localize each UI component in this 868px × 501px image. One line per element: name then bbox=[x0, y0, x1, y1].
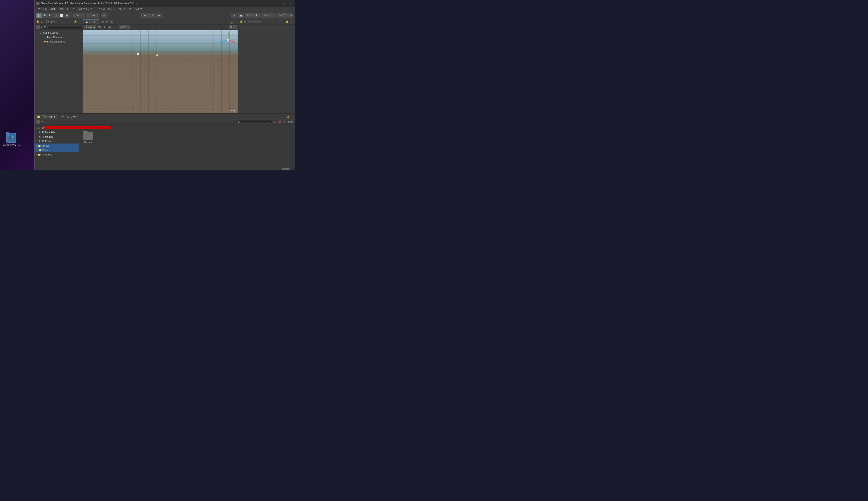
cloud-button[interactable]: ⛅ bbox=[239, 13, 244, 18]
scene-tab-scene[interactable]: ◉ シーン bbox=[83, 19, 99, 24]
project-add-button[interactable]: + bbox=[36, 120, 40, 124]
hierarchy-item-samplescene[interactable]: ▶ ◆ SampleScene ⋮ bbox=[35, 31, 83, 35]
shading-dropdown[interactable]: Shaded ▾ bbox=[84, 25, 96, 29]
hierarchy-add-button[interactable]: + bbox=[36, 25, 40, 29]
scene-viewport[interactable]: X Y Z < Persp bbox=[83, 30, 238, 113]
hierarchy-search[interactable]: 🔍 All bbox=[43, 25, 82, 29]
toolbar-sep-2 bbox=[99, 13, 99, 18]
bottom-panel-more-icon[interactable]: ⋮ bbox=[290, 115, 295, 119]
hierarchy-item-directionallight[interactable]: ▶ 💡 Directional Light bbox=[35, 40, 83, 44]
hierarchy-lock-btn[interactable]: 🔒 bbox=[74, 20, 77, 23]
tree-item-scenes[interactable]: 📁 Scenes bbox=[35, 148, 79, 152]
desktop-icon-image: U ✓ bbox=[6, 133, 16, 143]
gizmos-dropdown[interactable]: ギズモ ▾ bbox=[119, 25, 130, 29]
assets-header: Assets bbox=[81, 126, 293, 129]
layers-chevron-icon: ▾ bbox=[274, 14, 275, 17]
tree-item-packages[interactable]: ▶ 📁 Packages bbox=[35, 152, 79, 157]
pause-button[interactable]: ⏸ bbox=[149, 13, 156, 18]
scenes-folder-asset bbox=[83, 132, 93, 140]
camera-arrow-icon: ▶ bbox=[40, 36, 43, 39]
menu-help[interactable]: ヘルプ bbox=[133, 7, 144, 11]
project-view-icon[interactable]: ⊞ bbox=[274, 120, 276, 124]
arrows-button[interactable]: ⇄ bbox=[101, 13, 107, 18]
layers-label: レイヤー bbox=[264, 14, 273, 17]
unity-icon: U bbox=[9, 135, 13, 141]
layers-dropdown[interactable]: レイヤー ▾ bbox=[263, 13, 276, 18]
project-add-chevron[interactable]: ▾ bbox=[42, 120, 43, 123]
scene-fx-icon[interactable]: ✦ bbox=[113, 25, 117, 29]
tree-item-all-materials[interactable]: 🔍 All Materials bbox=[35, 130, 79, 135]
collab-button[interactable]: ☁ bbox=[232, 13, 237, 18]
project-search-box[interactable]: 🔍 bbox=[236, 120, 272, 124]
project-star-icon[interactable]: ★ bbox=[283, 120, 286, 124]
step-button[interactable]: ⏭ bbox=[156, 13, 163, 18]
search-models-icon: 🔍 bbox=[39, 136, 41, 138]
hand-tool-button[interactable]: ✋ bbox=[36, 13, 42, 18]
tree-item-all-prefabs[interactable]: 🔍 All Prefabs bbox=[35, 139, 79, 143]
hierarchy-add-chevron-icon[interactable]: ▾ bbox=[41, 26, 42, 29]
play-button[interactable]: ▶ bbox=[141, 13, 149, 18]
scene-panel-lock-icon[interactable]: 🔒 bbox=[229, 20, 234, 24]
local-label: ローカル bbox=[87, 14, 96, 17]
layout-dropdown[interactable]: レイアウト ▾ bbox=[277, 13, 294, 18]
bottom-tab-console[interactable]: ⌨ コンソール bbox=[59, 114, 81, 119]
scene-tab-game[interactable]: 🎮 ゲーム bbox=[99, 19, 115, 24]
minimize-button[interactable]: — bbox=[274, 1, 280, 6]
2d-toggle[interactable]: 2D bbox=[97, 25, 102, 29]
account-dropdown[interactable]: アカウント ▾ bbox=[245, 13, 261, 18]
title-bar: 🎮 Test - SampleScene - PC, Mac & Linux S… bbox=[35, 0, 295, 7]
bottom-panel-lock-icon[interactable]: 🔒 bbox=[286, 115, 290, 119]
project-count: 👁 10 bbox=[287, 120, 293, 124]
project-assets: Assets Scenes bbox=[79, 125, 295, 168]
tree-item-assets[interactable]: ▶ 📁 Assets bbox=[35, 143, 79, 148]
inspector-more-btn[interactable]: ⋮ bbox=[290, 20, 293, 23]
scene-panel-more-icon[interactable]: ⋮ bbox=[234, 20, 238, 24]
menu-component[interactable]: コンポーネント bbox=[97, 7, 117, 11]
all-prefabs-label: All Prefabs bbox=[42, 140, 53, 143]
svg-text:Y: Y bbox=[228, 32, 229, 33]
scale-tool-button[interactable]: ⊡ bbox=[53, 13, 59, 18]
hierarchy-toolbar: + ▾ 🔍 All bbox=[35, 24, 83, 30]
pivot-toggle[interactable]: ピボット bbox=[73, 13, 85, 18]
scenes-asset-label: Scenes bbox=[84, 141, 92, 143]
bottom-tabs: 📁 プロジェクト ⌨ コンソール 🔒 ⋮ bbox=[35, 114, 295, 119]
local-toggle[interactable]: ローカル bbox=[86, 13, 98, 18]
menu-gameobject[interactable]: ゲームオブジェクト bbox=[71, 7, 96, 11]
move-tool-button[interactable]: ✥ bbox=[42, 13, 47, 18]
main-content: 🔒 ヒエラルキー 🔒 ⋮ + ▾ 🔍 All ▶ ◆ bbox=[35, 19, 295, 113]
light-arrow-icon: ▶ bbox=[40, 41, 43, 43]
hierarchy-item-maincamera[interactable]: ▶ 📷 Main Camera bbox=[35, 35, 83, 40]
game-tab-icon: 🎮 bbox=[101, 20, 104, 23]
project-pin-icon[interactable]: 📌 bbox=[278, 120, 282, 124]
rotate-tool-button[interactable]: ↻ bbox=[47, 13, 53, 18]
packages-arrow-icon: ▶ bbox=[36, 154, 37, 156]
scene-audio-icon[interactable]: 🔊 bbox=[107, 25, 112, 29]
desktop-icon-badge: ✓ bbox=[6, 132, 9, 136]
window-title: Test - SampleScene - PC, Mac & Linux Sta… bbox=[41, 2, 273, 5]
menu-file[interactable]: ファイル bbox=[36, 7, 49, 11]
toolbar-right: ☁ ⛅ アカウント ▾ レイヤー ▾ レイアウト ▾ bbox=[232, 13, 294, 18]
bottom-tab-project[interactable]: 📁 プロジェクト bbox=[35, 114, 59, 119]
scene-lighting-icon[interactable]: ☀ bbox=[102, 25, 107, 29]
shading-label: Shaded bbox=[85, 26, 93, 29]
svg-text:X: X bbox=[234, 39, 235, 41]
menu-window[interactable]: ウィンドウ bbox=[117, 7, 133, 11]
close-button[interactable]: ✕ bbox=[287, 1, 293, 6]
unity-window: 🎮 Test - SampleScene - PC, Mac & Linux S… bbox=[34, 0, 295, 170]
transform-tools: ✋ ✥ ↻ ⊡ ⬜ ⊞ bbox=[36, 13, 70, 18]
menu-assets[interactable]: アセット bbox=[58, 7, 71, 11]
scene-search[interactable]: 🔍 All bbox=[229, 25, 237, 29]
desktop-icon-nuget[interactable]: U ✓ NuGetForUnity.3.... bbox=[4, 133, 18, 146]
tree-item-favorites[interactable]: ▶ ★ Favorites bbox=[35, 126, 79, 130]
hierarchy-more-btn[interactable]: ⋮ bbox=[78, 20, 82, 23]
tree-item-all-models[interactable]: 🔍 All Models bbox=[35, 135, 79, 139]
maximize-button[interactable]: □ bbox=[281, 1, 287, 6]
hierarchy-title: ヒエラルキー bbox=[41, 20, 55, 23]
rect-tool-button[interactable]: ⬜ bbox=[59, 13, 64, 18]
scroll-thumb[interactable] bbox=[282, 168, 290, 170]
inspector-lock-btn[interactable]: 🔒 bbox=[285, 20, 289, 23]
transform-tool-button[interactable]: ⊞ bbox=[64, 13, 70, 18]
asset-item-scenes[interactable]: Scenes bbox=[81, 131, 95, 144]
bottom-scrollbar[interactable] bbox=[35, 168, 295, 170]
menu-edit[interactable]: 編集 bbox=[49, 7, 57, 11]
